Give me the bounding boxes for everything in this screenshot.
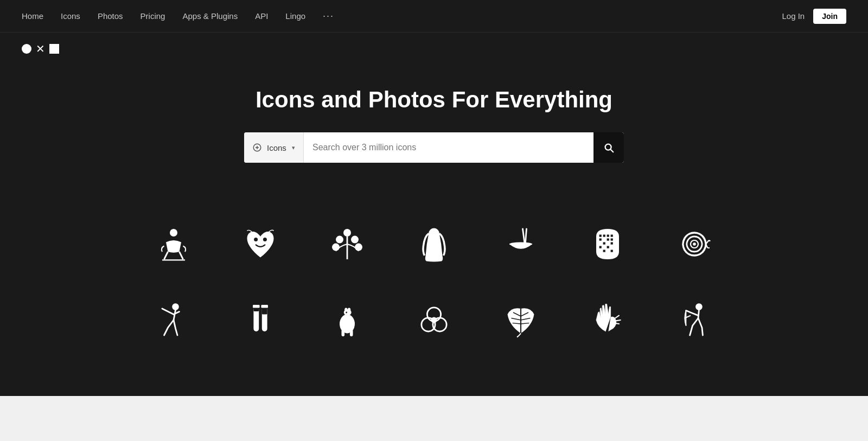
svg-rect-36 (346, 315, 349, 326)
svg-rect-35 (350, 330, 353, 337)
logo-x: ✕ (36, 43, 45, 54)
nav-apps-plugins[interactable]: Apps & Plugins (182, 11, 238, 21)
svg-rect-13 (603, 235, 605, 237)
nav-links: Home Icons Photos Pricing Apps & Plugins… (22, 10, 334, 22)
icon-person-hair[interactable] (391, 212, 477, 277)
svg-point-3 (254, 238, 258, 241)
svg-point-11 (509, 242, 532, 246)
svg-point-46 (695, 303, 703, 310)
svg-rect-34 (342, 330, 345, 337)
chevron-down-icon: ▾ (292, 144, 295, 151)
svg-point-26 (172, 303, 179, 310)
svg-rect-15 (611, 235, 613, 237)
svg-point-1 (170, 229, 177, 237)
svg-point-8 (332, 244, 340, 251)
icon-meditation[interactable] (130, 212, 217, 277)
svg-rect-32 (261, 305, 268, 308)
icon-jazz-hands[interactable] (564, 287, 651, 353)
logo-shapes[interactable]: ✕ (22, 43, 59, 54)
svg-rect-12 (599, 235, 602, 237)
svg-point-25 (693, 242, 696, 246)
nav-icons[interactable]: Icons (61, 11, 80, 21)
search-icon (603, 142, 615, 154)
icon-test-tubes[interactable] (217, 287, 304, 353)
icon-tropical-leaf[interactable] (477, 287, 564, 353)
logo-area: ✕ (0, 33, 868, 54)
icon-bowl-chopsticks[interactable] (477, 212, 564, 277)
nav-pricing[interactable]: Pricing (141, 11, 165, 21)
svg-rect-20 (611, 242, 613, 245)
nav-home[interactable]: Home (22, 11, 43, 21)
logo-circle (22, 44, 31, 54)
svg-point-9 (355, 244, 362, 251)
svg-rect-19 (603, 242, 605, 245)
search-button[interactable] (593, 132, 624, 163)
svg-rect-22 (607, 246, 609, 248)
svg-point-5 (343, 229, 351, 237)
svg-point-44 (431, 317, 437, 323)
icon-spiral-shell[interactable] (651, 212, 738, 277)
search-type-selector[interactable]: Icons ▾ (244, 132, 304, 163)
svg-rect-18 (611, 239, 613, 241)
join-button[interactable]: Join (813, 9, 846, 24)
svg-rect-16 (599, 239, 602, 241)
icon-llama[interactable] (304, 287, 391, 353)
login-button[interactable]: Log In (782, 11, 805, 21)
icons-selector-icon (252, 142, 263, 153)
search-input[interactable] (304, 132, 593, 163)
icons-section (0, 212, 868, 396)
nav-photos[interactable]: Photos (98, 11, 123, 21)
nav-auth: Log In Join (782, 9, 847, 24)
selector-label: Icons (267, 143, 286, 152)
nav-more-button[interactable]: ··· (323, 10, 334, 22)
icons-row-1 (33, 212, 835, 277)
svg-point-4 (263, 238, 267, 241)
svg-rect-21 (599, 246, 602, 248)
hero-title: Icons and Photos For Everything (11, 87, 857, 113)
svg-point-6 (336, 236, 343, 244)
svg-rect-17 (607, 239, 609, 241)
hero-section: Icons and Photos For Everything Icons ▾ (0, 54, 868, 212)
logo-square (49, 44, 59, 54)
svg-point-39 (348, 308, 351, 312)
icon-flower-lungs[interactable] (304, 212, 391, 277)
svg-rect-14 (607, 235, 609, 237)
icon-heart-face[interactable] (217, 212, 304, 277)
icon-digital-brain[interactable] (564, 212, 651, 277)
nav-api[interactable]: API (255, 11, 268, 21)
bottom-section: Noun Project is building a global visual… (0, 396, 868, 441)
svg-point-40 (346, 312, 347, 314)
svg-rect-23 (603, 250, 605, 252)
svg-point-7 (351, 236, 359, 244)
svg-rect-31 (253, 305, 260, 308)
svg-point-38 (344, 308, 348, 312)
icon-archer[interactable] (651, 287, 738, 353)
icon-knot-pattern[interactable] (391, 287, 477, 353)
search-bar: Icons ▾ (244, 132, 624, 163)
search-container: Icons ▾ (11, 132, 857, 163)
nav-lingo[interactable]: Lingo (285, 11, 305, 21)
svg-rect-24 (611, 250, 613, 252)
icon-dancer[interactable] (130, 287, 217, 353)
icons-row-2 (33, 287, 835, 353)
navbar: Home Icons Photos Pricing Apps & Plugins… (0, 0, 868, 33)
